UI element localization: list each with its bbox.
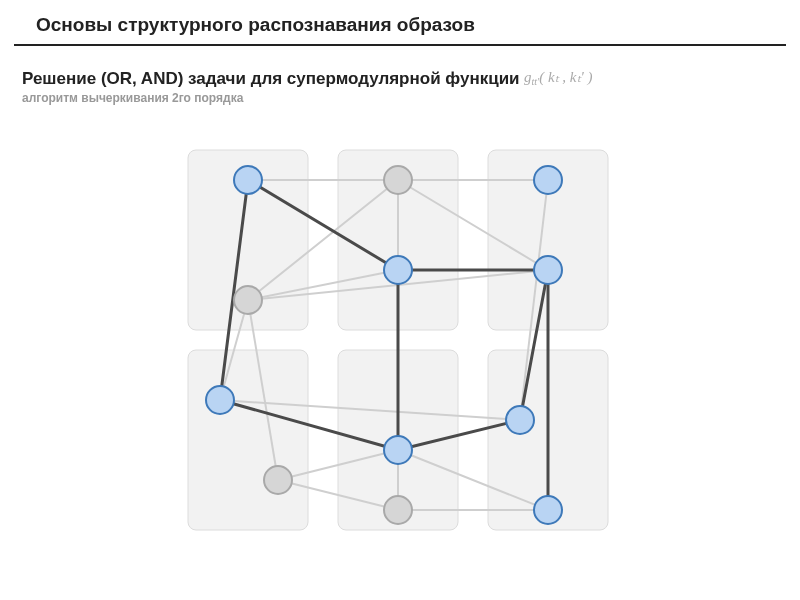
graph-svg [160,130,640,560]
formula-args: ( kₜ , kₜ' ) [539,69,592,85]
node-inactive [234,286,262,314]
node-active [234,166,262,194]
node-active [506,406,534,434]
node-active [384,436,412,464]
formula: gtt'( kₜ , kₜ' ) [524,69,592,85]
node-active [534,166,562,194]
node-inactive [264,466,292,494]
panel [188,350,308,530]
section-header: Решение (OR, AND) задачи для супермодуля… [0,46,800,105]
node-inactive [384,166,412,194]
slide: Основы структурного распознавания образо… [0,0,800,600]
node-active [206,386,234,414]
node-active [384,256,412,284]
node-active [534,256,562,284]
diagram [0,130,800,600]
section-title: Решение (OR, AND) задачи для супермодуля… [22,69,520,89]
node-inactive [384,496,412,524]
section-subtitle: алгоритм вычеркивания 2го порядка [22,91,778,105]
page-title: Основы структурного распознавания образо… [14,0,786,46]
formula-fn: g [524,69,532,85]
node-active [534,496,562,524]
